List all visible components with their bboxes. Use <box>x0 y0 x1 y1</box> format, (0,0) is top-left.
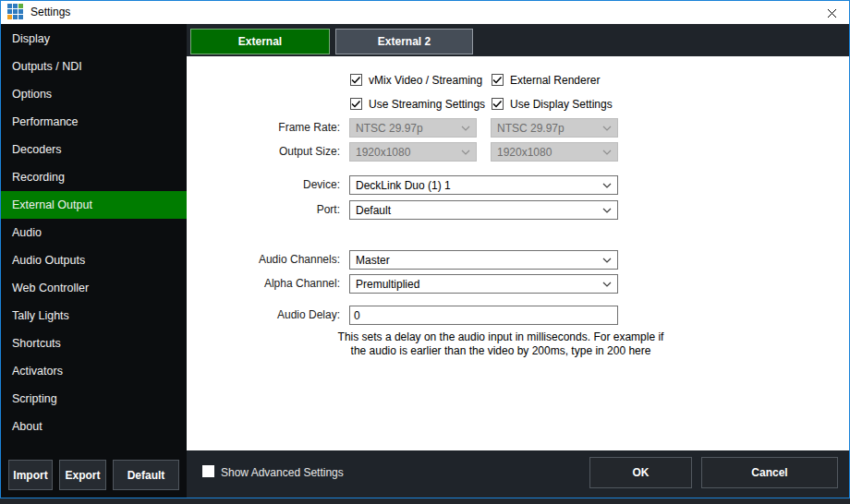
import-button[interactable]: Import <box>8 460 53 490</box>
alpha-channel-label: Alpha Channel: <box>187 274 340 294</box>
sidebar-item-shortcuts[interactable]: Shortcuts <box>1 330 187 357</box>
frame-rate-dropdown-2: NTSC 29.97p <box>491 118 618 138</box>
chevron-down-icon <box>602 282 612 287</box>
port-label: Port: <box>187 200 340 220</box>
sidebar-item-audio-outputs[interactable]: Audio Outputs <box>1 246 187 274</box>
chevron-down-icon <box>602 208 612 213</box>
export-button[interactable]: Export <box>59 460 106 490</box>
chevron-down-icon <box>602 183 612 188</box>
chevron-down-icon <box>602 258 612 263</box>
audio-delay-input[interactable] <box>349 306 618 325</box>
tab-strip: External External 2 <box>187 24 849 56</box>
checkbox-vmix-video-streaming[interactable] <box>350 74 362 86</box>
output-size-dropdown-2: 1920x1080 <box>491 142 618 162</box>
chevron-down-icon <box>602 126 612 131</box>
sidebar-item-scripting[interactable]: Scripting <box>1 385 187 413</box>
frame-rate-dropdown-1: NTSC 29.97p <box>349 118 477 138</box>
sidebar-footer: Import Export Default <box>1 450 187 498</box>
sidebar-item-performance[interactable]: Performance <box>1 108 187 136</box>
audio-channels-label: Audio Channels: <box>187 250 340 270</box>
default-button[interactable]: Default <box>113 460 179 490</box>
checkbox-external-renderer[interactable] <box>492 74 504 86</box>
chevron-down-icon <box>461 126 470 131</box>
sidebar-item-decoders[interactable]: Decoders <box>1 136 187 163</box>
checkbox-label: Use Display Settings <box>510 97 613 112</box>
vmix-logo-icon <box>7 4 25 21</box>
audio-delay-label: Audio Delay: <box>187 306 340 325</box>
sidebar-item-tally-lights[interactable]: Tally Lights <box>1 302 187 330</box>
sidebar-item-external-output[interactable]: External Output <box>1 191 187 219</box>
dialog-footer: Show Advanced Settings OK Cancel <box>187 450 849 498</box>
sidebar-item-about[interactable]: About <box>1 413 187 440</box>
output-size-label: Output Size: <box>187 142 340 162</box>
sidebar-item-recording[interactable]: Recording <box>1 163 187 191</box>
device-dropdown[interactable]: DeckLink Duo (1) 1 <box>349 175 618 195</box>
title-bar: Settings <box>1 1 849 24</box>
tab-external[interactable]: External <box>190 29 330 54</box>
sidebar: Display Outputs / NDI Options Performanc… <box>1 24 187 450</box>
chevron-down-icon <box>602 150 612 155</box>
checkbox-use-display-settings[interactable] <box>492 98 504 110</box>
audio-delay-help-line1: This sets a delay on the audio input in … <box>325 330 676 344</box>
tab-external-2[interactable]: External 2 <box>335 29 473 54</box>
checkbox-label: vMix Video / Streaming <box>369 73 482 88</box>
close-icon[interactable] <box>821 5 842 21</box>
sidebar-item-options[interactable]: Options <box>1 80 187 108</box>
ok-button[interactable]: OK <box>589 457 692 488</box>
checkbox-label: Use Streaming Settings <box>369 97 485 112</box>
output-size-dropdown-1: 1920x1080 <box>349 142 477 162</box>
show-advanced-label: Show Advanced Settings <box>221 466 344 479</box>
sidebar-item-outputs-ndi[interactable]: Outputs / NDI <box>1 53 187 80</box>
alpha-channel-dropdown[interactable]: Premultiplied <box>349 274 618 294</box>
settings-window: Settings Display Outputs / NDI Options P… <box>0 0 850 498</box>
sidebar-item-activators[interactable]: Activators <box>1 357 187 385</box>
checkbox-label: External Renderer <box>510 73 600 88</box>
sidebar-item-audio[interactable]: Audio <box>1 219 187 246</box>
cancel-button[interactable]: Cancel <box>701 457 838 488</box>
chevron-down-icon <box>461 150 470 155</box>
show-advanced-checkbox[interactable] <box>202 465 214 477</box>
port-dropdown[interactable]: Default <box>349 200 618 220</box>
audio-channels-dropdown[interactable]: Master <box>349 250 618 270</box>
sidebar-item-web-controller[interactable]: Web Controller <box>1 274 187 302</box>
sidebar-item-display[interactable]: Display <box>1 25 187 53</box>
checkbox-use-streaming-settings[interactable] <box>350 98 362 110</box>
audio-delay-help-line2: the audio is earlier than the video by 2… <box>325 344 676 358</box>
device-label: Device: <box>187 175 340 195</box>
frame-rate-label: Frame Rate: <box>187 118 340 138</box>
settings-panel: vMix Video / Streaming External Renderer… <box>187 56 849 450</box>
window-title: Settings <box>30 6 70 18</box>
